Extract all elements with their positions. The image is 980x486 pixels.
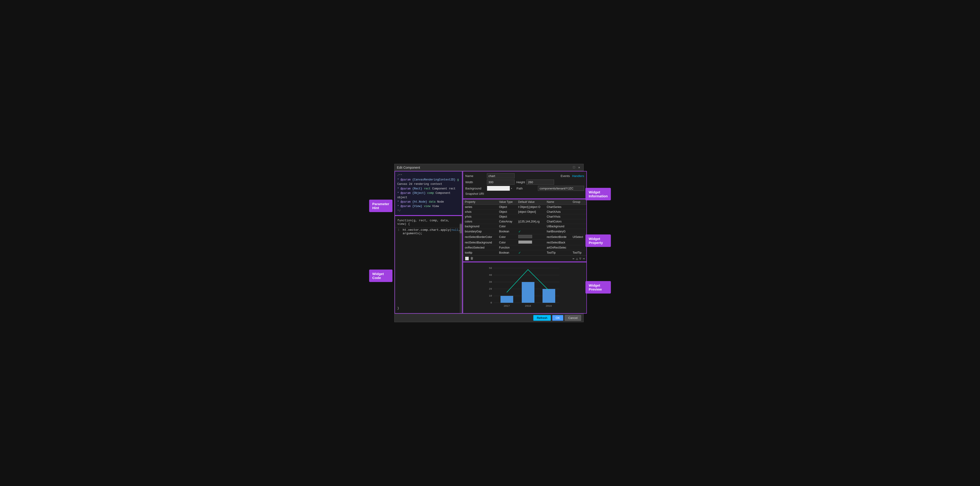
comment-open: /** xyxy=(397,173,460,178)
widget-property-label: WidgetProperty xyxy=(585,235,611,247)
path-label: Path xyxy=(516,187,536,190)
table-header-row: Property Value Type Default Value Name G… xyxy=(463,199,587,205)
svg-text:10: 10 xyxy=(489,294,492,297)
delete-icon[interactable]: 🗑 xyxy=(470,257,474,260)
table-row[interactable]: rectSelectBorderColorColorrectSelectBord… xyxy=(463,234,587,240)
ok-button[interactable]: OK xyxy=(552,315,563,321)
scrollbar-thumb[interactable] xyxy=(460,224,462,233)
minimize-button[interactable]: □ xyxy=(572,165,576,169)
widget-code-section[interactable]: function(g, rect, comp, data, view) { 1 … xyxy=(395,216,462,314)
background-label: Background xyxy=(465,187,485,190)
closing-brace: } xyxy=(395,305,401,311)
move-top-icon[interactable]: ⇤ xyxy=(573,257,574,260)
line-number-1: 1 xyxy=(395,228,402,235)
param-line-1: * @param {CanvasRenderingContext2D} g Ca… xyxy=(397,178,460,186)
function-header: function(g, rect, comp, data, view) { xyxy=(395,218,462,228)
dropdown-arrow-icon[interactable]: ▾ xyxy=(511,187,512,190)
svg-text:40: 40 xyxy=(489,274,492,276)
move-down-icon[interactable]: ▽ xyxy=(579,257,581,260)
width-input[interactable] xyxy=(487,179,515,184)
events-label: Events xyxy=(560,174,570,178)
left-labels: ParameterHint WidgetCode xyxy=(369,164,394,322)
vertical-scrollbar[interactable] xyxy=(460,223,462,313)
widget-property-section: Property Value Type Default Value Name G… xyxy=(463,199,587,262)
table-row[interactable]: rectSelectBackgroundColorrectSelectBack xyxy=(463,240,587,245)
dialog-footer: Refresh OK Cancel xyxy=(395,314,583,322)
param-line-2: * @param {Rect} rect Component rect xyxy=(397,187,460,191)
info-row-3: Background ▾ Path xyxy=(465,186,584,191)
events-handlers: Events Handlers xyxy=(560,174,584,178)
widget-info-label: WidgetInformation xyxy=(585,188,611,200)
chart-svg: 50 40 30 20 10 0 xyxy=(485,265,564,311)
outer-layout: ParameterHint WidgetCode Edit Component … xyxy=(369,164,611,322)
param-line-4: * @param {ht.Node} data Node xyxy=(397,200,460,204)
background-swatch xyxy=(487,186,510,191)
snapshot-label: Snapshot URI xyxy=(465,192,485,195)
height-input[interactable] xyxy=(527,179,554,184)
close-button[interactable]: ✕ xyxy=(578,165,581,169)
left-panel: /** * @param {CanvasRenderingContext2D} … xyxy=(395,171,463,314)
dialog-controls: □ ✕ xyxy=(572,165,581,169)
svg-text:2018: 2018 xyxy=(525,305,531,307)
code-line-1: 1 ht.vector.comp.chart.apply(null, argum… xyxy=(395,228,462,236)
svg-text:30: 30 xyxy=(489,281,492,283)
svg-text:20: 20 xyxy=(489,287,492,290)
toolbar-left: ⬜ 🗑 xyxy=(465,257,474,260)
svg-text:2019: 2019 xyxy=(546,305,552,307)
dialog-title: Edit Component xyxy=(397,166,420,169)
dialog-body: /** * @param {CanvasRenderingContext2D} … xyxy=(395,171,583,314)
table-row[interactable]: yAxisObjectChartYAxis xyxy=(463,214,587,219)
widget-preview-section: 50 40 30 20 10 0 xyxy=(463,262,587,314)
svg-text:50: 50 xyxy=(489,267,492,270)
toolbar-right: ⇤ △ ▽ ⇥ xyxy=(573,257,584,260)
widget-info-section: Name Events Handlers Width Height xyxy=(463,171,587,199)
move-up-icon[interactable]: △ xyxy=(576,257,578,260)
table-row[interactable]: backgroundColorUIBackground xyxy=(463,224,587,229)
svg-text:0: 0 xyxy=(490,302,492,304)
property-toolbar: ⬜ 🗑 ⇤ △ ▽ ⇥ xyxy=(463,256,587,262)
col-name: Name xyxy=(545,199,571,205)
path-input[interactable] xyxy=(538,186,584,191)
add-icon[interactable]: ⬜ xyxy=(465,257,469,260)
right-panel: Name Events Handlers Width Height xyxy=(463,171,587,314)
background-dropdown[interactable]: ▾ xyxy=(487,186,512,191)
table-row[interactable]: seriesObjectt Object].[object OChartSeri… xyxy=(463,205,587,210)
col-property: Property xyxy=(463,199,497,205)
param-line-5: * @param {View} view View xyxy=(397,204,460,209)
svg-text:2017: 2017 xyxy=(504,305,510,307)
param-hint-label: ParameterHint xyxy=(369,200,393,212)
refresh-button[interactable]: Refresh xyxy=(533,315,551,321)
table-row[interactable]: colorsColorArray)(135,144,204),rgChartCo… xyxy=(463,219,587,224)
property-table: Property Value Type Default Value Name G… xyxy=(463,199,587,256)
col-default-value: Default Value xyxy=(516,199,545,205)
bar-2019 xyxy=(542,289,555,303)
bar-2018 xyxy=(522,282,535,303)
handlers-link[interactable]: Handlers xyxy=(572,174,584,178)
widget-preview-label: WidgetPreview xyxy=(585,281,611,294)
info-row-1: Name Events Handlers xyxy=(465,173,584,178)
bar-2017 xyxy=(501,296,513,303)
info-row-2: Width Height xyxy=(465,179,584,184)
chart-preview: 50 40 30 20 10 0 xyxy=(485,265,564,311)
right-labels: WidgetInformation WidgetProperty WidgetP… xyxy=(584,164,611,322)
param-hint-section: /** * @param {CanvasRenderingContext2D} … xyxy=(395,171,462,216)
table-row[interactable]: tooltipBoolean✓ToolTipToolTip xyxy=(463,250,587,256)
widget-code-label: WidgetCode xyxy=(369,270,393,282)
comment-close: */ xyxy=(397,209,460,213)
param-line-3: * @param {Object} comp Component object xyxy=(397,191,460,200)
width-label: Width xyxy=(465,181,485,184)
name-label: Name xyxy=(465,174,485,178)
table-row[interactable]: boundaryGapBoolean✓hartBoundaryG xyxy=(463,229,587,234)
line-code-1: ht.vector.comp.chart.apply(null, argumen… xyxy=(402,228,462,235)
height-label: Height xyxy=(516,181,525,184)
table-row[interactable]: onRectSelectedFunctionartOnRectSelec xyxy=(463,245,587,250)
name-input[interactable] xyxy=(487,173,515,178)
height-group: Height xyxy=(516,179,554,184)
col-value-type: Value Type xyxy=(497,199,516,205)
table-row[interactable]: xAxisObject[object Object]ChartXAxis xyxy=(463,210,587,214)
dialog-titlebar: Edit Component □ ✕ xyxy=(395,164,583,171)
edit-component-dialog: Edit Component □ ✕ /** * @param {CanvasR… xyxy=(394,164,584,322)
info-row-4: Snapshot URI xyxy=(465,192,584,195)
cancel-button[interactable]: Cancel xyxy=(565,315,581,321)
